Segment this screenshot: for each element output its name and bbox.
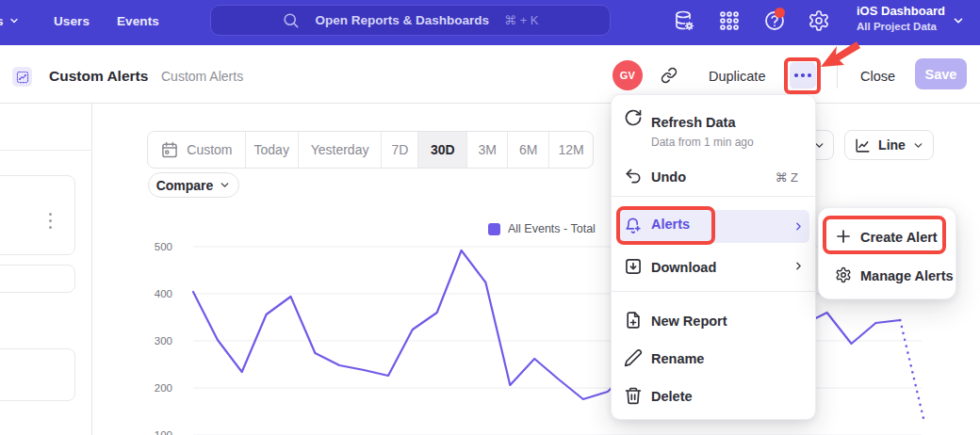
menu-divider: [612, 291, 817, 292]
search-shortcut: ⌘ + K: [504, 13, 539, 27]
date-range-30d[interactable]: 30D: [418, 132, 467, 168]
page-title: Custom Alerts: [49, 68, 148, 85]
search-placeholder: Open Reports & Dashboards: [315, 13, 489, 27]
breadcrumb: Custom Alerts: [161, 69, 243, 84]
avatar[interactable]: GV: [612, 60, 643, 90]
date-range-label: 30D: [431, 142, 455, 157]
menu-item-download[interactable]: Download: [612, 253, 817, 280]
chart-type-label: Line: [878, 137, 906, 153]
chart-legend: All Events - Total: [488, 222, 596, 235]
sidebar-card[interactable]: [0, 348, 75, 401]
nav-item-label: s: [0, 14, 4, 28]
chevron-down-icon: [219, 179, 231, 191]
chevron-down-icon[interactable]: [952, 14, 965, 27]
more-options-button[interactable]: [790, 62, 816, 89]
search-icon: [282, 11, 300, 29]
chevron-right-icon: [792, 220, 805, 233]
data-governance-icon[interactable]: [673, 9, 695, 32]
kebab-menu-icon[interactable]: [49, 213, 52, 229]
menu-item-rename[interactable]: Rename: [612, 345, 817, 371]
nav-item-events[interactable]: Events: [117, 0, 159, 41]
menu-item-refresh-data[interactable]: Refresh Data Data from 1 min ago: [612, 105, 817, 146]
chevron-down-icon: [8, 15, 20, 26]
project-scope: All Project Data: [857, 21, 945, 33]
menu-item-delete[interactable]: Delete: [612, 382, 817, 409]
y-axis-tick-label: 200: [155, 382, 172, 394]
kebab-dot: [49, 213, 52, 216]
date-range-6m[interactable]: 6M: [508, 132, 549, 168]
file-plus-icon: [624, 311, 643, 330]
trash-icon: [624, 386, 643, 405]
kebab-dot: [49, 226, 52, 229]
chart-type-button[interactable]: Line: [844, 130, 934, 160]
header-divider: [837, 62, 838, 89]
project-name: iOS Dashboard: [857, 4, 945, 18]
date-range-yesterday[interactable]: Yesterday: [299, 132, 383, 168]
report-header: Custom Alerts Custom Alerts GV Duplicate…: [0, 45, 980, 104]
search-input[interactable]: Open Reports & Dashboards ⌘ + K: [210, 5, 611, 36]
submenu-item-create-alert[interactable]: Create Alert: [819, 223, 957, 250]
nav-item-partial[interactable]: s: [0, 0, 20, 41]
date-range-today[interactable]: Today: [246, 132, 299, 168]
nav-item-label: Events: [117, 14, 159, 28]
insights-chart-icon: [16, 71, 29, 84]
menu-item-new-report[interactable]: New Report: [612, 307, 817, 333]
date-range-control: Custom Today Yesterday 7D 30D 3M 6M 12M: [147, 131, 594, 169]
project-switcher[interactable]: iOS Dashboard All Project Data: [857, 4, 945, 33]
undo-icon: [624, 167, 643, 185]
refresh-icon: [624, 108, 643, 127]
line-series-projection: [900, 320, 924, 423]
sidebar-card[interactable]: [0, 265, 75, 293]
apps-grid-icon[interactable]: [718, 9, 741, 32]
kebab-dot: [49, 219, 52, 222]
plus-icon: [835, 228, 852, 245]
legend-swatch: [488, 223, 500, 235]
avatar-initials: GV: [620, 70, 636, 81]
calendar-icon: [160, 140, 179, 159]
sidebar-card[interactable]: [0, 175, 75, 255]
close-button[interactable]: Close: [860, 69, 895, 84]
settings-icon[interactable]: [808, 9, 830, 32]
save-label: Save: [925, 67, 957, 82]
date-range-label: 6M: [519, 142, 537, 157]
date-range-label: 3M: [479, 142, 497, 157]
sidebar-divider: [0, 150, 92, 151]
menu-divider: [612, 196, 817, 197]
y-axis-tick-label: 300: [155, 335, 172, 346]
ellipsis-dot: [794, 73, 798, 77]
date-range-7d[interactable]: 7D: [382, 132, 418, 168]
submenu-item-manage-alerts[interactable]: Manage Alerts: [819, 262, 957, 288]
pencil-icon: [624, 348, 643, 367]
menu-item-undo[interactable]: Undo ⌘ Z: [612, 163, 817, 189]
notification-dot: [775, 8, 785, 18]
nav-item-label: Users: [54, 14, 90, 28]
menu-item-alerts[interactable]: Alerts: [612, 210, 817, 243]
y-axis-tick-label: 100: [155, 429, 172, 435]
date-range-label: Today: [254, 142, 289, 157]
date-range-label: 12M: [558, 142, 583, 157]
copy-link-icon[interactable]: [661, 67, 678, 84]
top-navbar: s Users Events Open Reports & Dashboards…: [0, 0, 980, 45]
date-range-3m[interactable]: 3M: [467, 132, 508, 168]
compare-button[interactable]: Compare: [148, 172, 239, 198]
duplicate-button[interactable]: Duplicate: [709, 69, 765, 84]
save-button[interactable]: Save: [915, 58, 967, 89]
date-range-label: Yesterday: [311, 142, 369, 157]
nav-item-users[interactable]: Users: [54, 0, 90, 41]
bell-plus-icon: [624, 217, 643, 235]
date-range-12m[interactable]: 12M: [549, 132, 593, 168]
gear-icon: [835, 266, 852, 283]
y-axis-tick-label: 500: [155, 241, 172, 252]
chevron-down-icon: [912, 139, 924, 152]
report-icon: [12, 67, 32, 87]
more-options-menu: Refresh Data Data from 1 min ago Undo ⌘ …: [611, 94, 816, 420]
download-icon: [624, 257, 643, 276]
compare-label: Compare: [156, 178, 214, 193]
date-range-label: 7D: [391, 142, 408, 157]
date-range-label: Custom: [187, 142, 232, 157]
ellipsis-dot: [801, 73, 805, 77]
legend-label: All Events - Total: [508, 222, 596, 235]
chevron-right-icon: [792, 260, 805, 272]
line-chart-icon: [854, 137, 872, 154]
date-range-custom[interactable]: Custom: [148, 132, 246, 168]
